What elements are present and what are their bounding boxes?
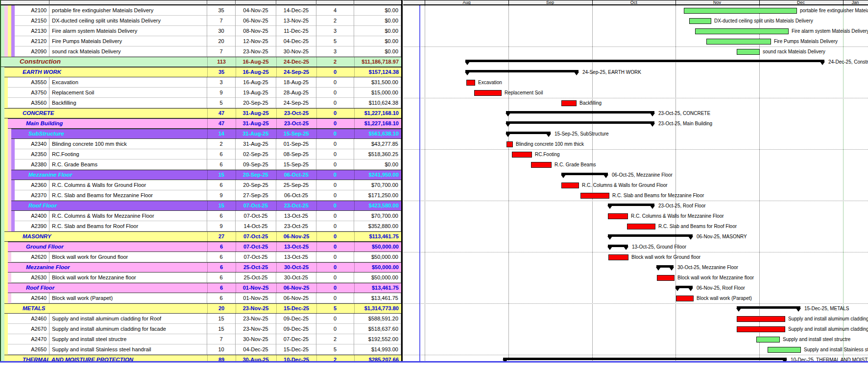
table-row[interactable]: A3560Backfilling520-Sep-2524-Sep-250$110…	[0, 98, 402, 108]
cell-total-float: 3	[316, 26, 354, 36]
table-row[interactable]: A2470Supply and install steel structre73…	[0, 334, 402, 344]
month-gridline	[425, 5, 425, 363]
gantt-task-bar-critical[interactable]	[561, 182, 579, 188]
cell-activity-id: A2130	[15, 26, 49, 36]
table-row[interactable]: A2360R.C. Columns & Walls for Ground Flo…	[0, 180, 402, 190]
gantt-task-bar-critical[interactable]	[608, 213, 628, 219]
band-row[interactable]: Construction11316-Aug-2524-Dec-252$11,18…	[0, 57, 402, 67]
table-row[interactable]: A2670Supply and install aluminum claddin…	[0, 324, 402, 334]
table-row[interactable]: A2120Fire Pumps Mateials Delivery2012-No…	[0, 36, 402, 46]
gantt-summary-bar[interactable]	[506, 132, 551, 134]
gantt-task-bar-critical[interactable]	[531, 162, 552, 168]
table-row[interactable]: A2650Supply and install Stainless steel …	[0, 344, 402, 355]
gantt-summary-bar[interactable]	[737, 306, 800, 309]
table-row[interactable]: A2390R.C. Slab and Beams for Roof Floor9…	[0, 221, 402, 231]
group-finish-value: 06-Nov-25	[284, 283, 310, 293]
gantt-summary-bar[interactable]	[465, 60, 824, 62]
band-row[interactable]: Roof Floor1507-Oct-2523-Oct-250$423,580.…	[0, 201, 402, 211]
table-row[interactable]: A2340Blinding concrete 100 mm thick231-A…	[0, 139, 402, 149]
gantt-summary-bar[interactable]	[465, 70, 579, 72]
gantt-task-bar-normal[interactable]	[689, 18, 711, 24]
hierarchy-stripe	[4, 46, 8, 57]
column-separator	[276, 67, 277, 77]
column-separator	[354, 118, 355, 129]
cell-budgeted-cost: $14,993.00	[354, 344, 401, 355]
table-row[interactable]: A2620Block wall work for Ground floor607…	[0, 252, 402, 262]
gantt-summary-bar[interactable]	[561, 173, 608, 175]
gantt-task-bar-critical[interactable]	[657, 275, 675, 281]
group-tf-value: 0	[334, 67, 337, 77]
cell-activity-name: Supply and install Stainless steel handr…	[49, 344, 207, 355]
gantt-task-bar-critical[interactable]	[627, 224, 655, 229]
gantt-task-bar-normal[interactable]	[684, 8, 797, 14]
band-row[interactable]: CONCRETE4731-Aug-2523-Oct-250$1,227,168.…	[0, 108, 402, 118]
gantt-task-bar-normal[interactable]	[695, 28, 789, 34]
gantt-task-bar-critical[interactable]	[561, 100, 577, 106]
table-row[interactable]: A2350RC.Footing602-Sep-2508-Sep-250$518,…	[0, 149, 402, 160]
gantt-task-bar-critical[interactable]	[466, 80, 475, 86]
gantt-summary-bar[interactable]	[506, 121, 654, 124]
group-start-value: 31-Aug-25	[242, 118, 268, 129]
table-row[interactable]: A2400R.C. Columns & Walls for Mezzanine …	[0, 211, 402, 221]
table-row[interactable]: A2630Block wall work for Mezzanine floor…	[0, 273, 402, 283]
gantt-bar-label: Blinding concrete 100 mm thick	[516, 141, 584, 147]
column-separator	[354, 129, 355, 139]
cell-activity-id: A2630	[15, 273, 49, 283]
table-row[interactable]: A2150DX-ducted ceiling split units Matei…	[0, 16, 402, 26]
gantt-summary-bar[interactable]	[506, 111, 654, 114]
gantt-summary-bar[interactable]	[608, 234, 693, 237]
gantt-task-bar-critical[interactable]	[608, 254, 628, 260]
hierarchy-stripe	[11, 180, 15, 190]
cell-budgeted-cost: $110,624.38	[354, 98, 401, 108]
group-dur-value: 15	[218, 170, 224, 180]
band-row[interactable]: EARTH WORK3516-Aug-2524-Sep-250$157,124.…	[0, 67, 402, 77]
gantt-task-bar-critical[interactable]	[737, 326, 785, 332]
hierarchy-stripe	[1, 36, 4, 46]
band-row[interactable]: Mezzanine Floor1520-Sep-2506-Oct-250$241…	[0, 170, 402, 180]
gantt-task-bar-critical[interactable]	[474, 90, 502, 96]
group-finish-value: 06-Oct-25	[284, 170, 309, 180]
table-gantt-splitter[interactable]	[401, 0, 403, 365]
sight-line	[403, 149, 868, 150]
group-dur-value: 47	[218, 118, 224, 129]
gantt-task-bar-normal[interactable]	[756, 337, 780, 342]
cell-activity-name: R.C. Slab and Beams for Mezzanine Floor	[49, 190, 207, 201]
column-separator	[276, 57, 277, 67]
group-start-value: 07-Oct-25	[243, 201, 268, 211]
hierarchy-stripe	[11, 36, 15, 46]
gantt-task-bar-critical[interactable]	[580, 193, 609, 199]
band-row[interactable]: Roof Floor601-Nov-2506-Nov-250$13,461.75	[0, 283, 402, 293]
cell-budgeted-cost: $0.00	[354, 26, 401, 36]
band-row[interactable]: SubStructure1431-Aug-2515-Sep-250$561,63…	[0, 129, 402, 139]
summary-finish-triangle	[669, 267, 674, 271]
gantt-task-bar-critical[interactable]	[737, 316, 785, 322]
table-row[interactable]: A2370R.C. Slab and Beams for Mezzanine F…	[0, 190, 402, 201]
gantt-summary-bar[interactable]	[503, 358, 787, 360]
band-row[interactable]: METALS2023-Nov-2515-Dec-255$1,314,773.80	[0, 303, 402, 314]
group-dur-value: 15	[218, 201, 224, 211]
table-row[interactable]: A2640Block wall work (Parapet)601-Nov-25…	[0, 293, 402, 303]
table-row[interactable]: A2100portable fire extinguisher Mateials…	[0, 5, 402, 16]
gantt-task-bar-normal[interactable]	[768, 347, 801, 353]
table-row[interactable]: A2090sound rack Mateials Delivery723-Nov…	[0, 46, 402, 57]
gantt-task-bar-critical[interactable]	[512, 152, 532, 158]
table-row[interactable]: A3750Replacement Soil919-Aug-2528-Aug-25…	[0, 88, 402, 98]
cell-total-float: 0	[316, 190, 354, 201]
activity-table-header[interactable]	[0, 0, 402, 5]
gantt-task-bar-normal[interactable]	[706, 39, 771, 45]
cell-total-float: 4	[316, 5, 354, 16]
band-row[interactable]: Mezzanine Floor625-Oct-2530-Oct-250$50,0…	[0, 262, 402, 273]
gantt-task-bar-normal[interactable]	[737, 49, 760, 55]
band-row[interactable]: MASONRY2707-Oct-2506-Nov-250$113,461.75	[0, 231, 402, 242]
table-row[interactable]: A2130Fire alarm system Mateials Delivery…	[0, 26, 402, 36]
band-row[interactable]: Main Building4731-Aug-2523-Oct-250$1,227…	[0, 118, 402, 129]
band-row[interactable]: Ground Flloor607-Oct-2513-Oct-250$50,000…	[0, 242, 402, 252]
gantt-summary-bar[interactable]	[608, 204, 654, 206]
gantt-task-bar-critical[interactable]	[676, 296, 694, 301]
table-row[interactable]: A3550Excavation316-Aug-2518-Aug-250$31,5…	[0, 77, 402, 88]
table-row[interactable]: A2380R.C. Grade Beams609-Sep-2515-Sep-25…	[0, 160, 402, 170]
gantt-task-bar-critical[interactable]	[506, 141, 513, 147]
hierarchy-stripe	[4, 98, 8, 108]
table-row[interactable]: A2460Supply and install aluminum claddin…	[0, 314, 402, 324]
column-separator	[276, 108, 277, 118]
